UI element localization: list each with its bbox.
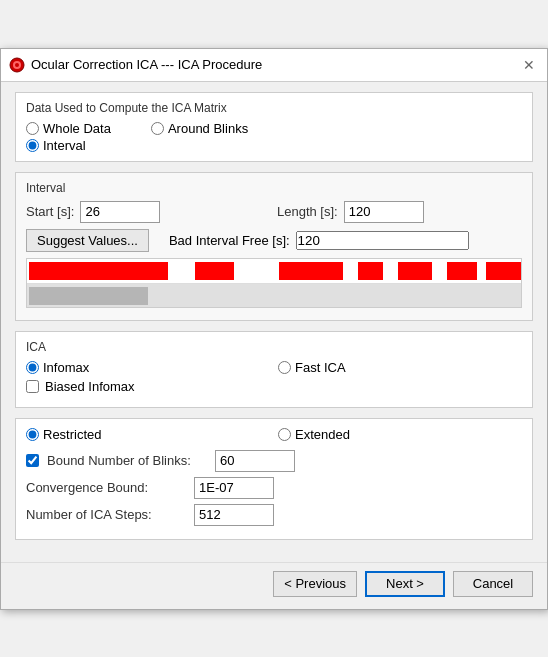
interval-option[interactable]: Interval [26,138,522,153]
timeline-bar-2 [195,262,235,280]
timeline-bar-6 [447,262,477,280]
start-cell: Start [s]: [26,201,271,223]
interval-section-label: Interval [26,181,522,195]
timeline-bar-3 [279,262,343,280]
convergence-row: Convergence Bound: [26,477,522,499]
timeline-bar-7 [486,262,521,280]
timeline [26,258,522,308]
biased-infomax-label: Biased Infomax [45,379,135,394]
app-icon [9,57,25,73]
timeline-bar-1 [29,262,167,280]
bound-blinks-label: Bound Number of Blinks: [47,453,207,468]
restricted-radio[interactable] [26,428,39,441]
restricted-row: Restricted Extended [26,427,522,442]
data-section: Data Used to Compute the ICA Matrix Whol… [15,92,533,162]
biased-infomax-row[interactable]: Biased Infomax [26,379,522,394]
extended-label: Extended [295,427,350,442]
extended-option[interactable]: Extended [278,427,522,442]
around-blinks-option[interactable]: Around Blinks [151,121,248,136]
previous-button[interactable]: < Previous [273,571,357,597]
start-label: Start [s]: [26,204,74,219]
suggest-row: Suggest Values... Bad Interval Free [s]: [26,229,522,252]
cancel-button[interactable]: Cancel [453,571,533,597]
timeline-top [27,259,521,284]
ica-steps-row: Number of ICA Steps: [26,504,522,526]
ica-section: ICA Infomax Fast ICA Biased Infomax [15,331,533,408]
around-blinks-radio[interactable] [151,122,164,135]
restricted-section: Restricted Extended Bound Number of Blin… [15,418,533,540]
infomax-radio[interactable] [26,361,39,374]
interval-grid: Start [s]: Length [s]: [26,201,522,223]
interval-label: Interval [43,138,86,153]
bad-interval-cell: Bad Interval Free [s]: [169,231,469,250]
restricted-label: Restricted [43,427,102,442]
timeline-bottom [27,284,521,308]
infomax-label: Infomax [43,360,89,375]
bound-blinks-checkbox[interactable] [26,454,39,467]
convergence-label: Convergence Bound: [26,480,186,495]
data-options-row1: Whole Data Around Blinks [26,121,522,136]
timeline-selection [29,287,148,305]
interval-section: Interval Start [s]: Length [s]: Suggest … [15,172,533,321]
ica-steps-label: Number of ICA Steps: [26,507,186,522]
convergence-input[interactable] [194,477,274,499]
interval-radio[interactable] [26,139,39,152]
fastica-radio[interactable] [278,361,291,374]
data-section-label: Data Used to Compute the ICA Matrix [26,101,522,115]
dialog: Ocular Correction ICA --- ICA Procedure … [0,48,548,610]
ica-steps-input[interactable] [194,504,274,526]
footer: < Previous Next > Cancel [1,562,547,609]
bound-blinks-input[interactable] [215,450,295,472]
around-blinks-label: Around Blinks [168,121,248,136]
fastica-label: Fast ICA [295,360,346,375]
bound-blinks-row: Bound Number of Blinks: [26,450,522,472]
suggest-values-button[interactable]: Suggest Values... [26,229,149,252]
fastica-option[interactable]: Fast ICA [278,360,522,375]
content-area: Data Used to Compute the ICA Matrix Whol… [1,82,547,560]
whole-data-radio[interactable] [26,122,39,135]
length-input[interactable] [344,201,424,223]
ica-algorithm-row: Infomax Fast ICA [26,360,522,375]
length-label: Length [s]: [277,204,338,219]
extended-radio[interactable] [278,428,291,441]
title-bar: Ocular Correction ICA --- ICA Procedure … [1,49,547,82]
start-input[interactable] [80,201,160,223]
whole-data-label: Whole Data [43,121,111,136]
length-cell: Length [s]: [277,201,522,223]
whole-data-option[interactable]: Whole Data [26,121,111,136]
infomax-option[interactable]: Infomax [26,360,270,375]
next-button[interactable]: Next > [365,571,445,597]
close-button[interactable]: ✕ [519,55,539,75]
timeline-bar-5 [398,262,433,280]
timeline-bar-4 [358,262,383,280]
ica-section-label: ICA [26,340,522,354]
bad-interval-input[interactable] [296,231,469,250]
dialog-title: Ocular Correction ICA --- ICA Procedure [31,57,262,72]
restricted-option[interactable]: Restricted [26,427,270,442]
title-bar-left: Ocular Correction ICA --- ICA Procedure [9,57,262,73]
biased-infomax-checkbox[interactable] [26,380,39,393]
bad-interval-label: Bad Interval Free [s]: [169,233,290,248]
svg-point-2 [15,63,19,67]
